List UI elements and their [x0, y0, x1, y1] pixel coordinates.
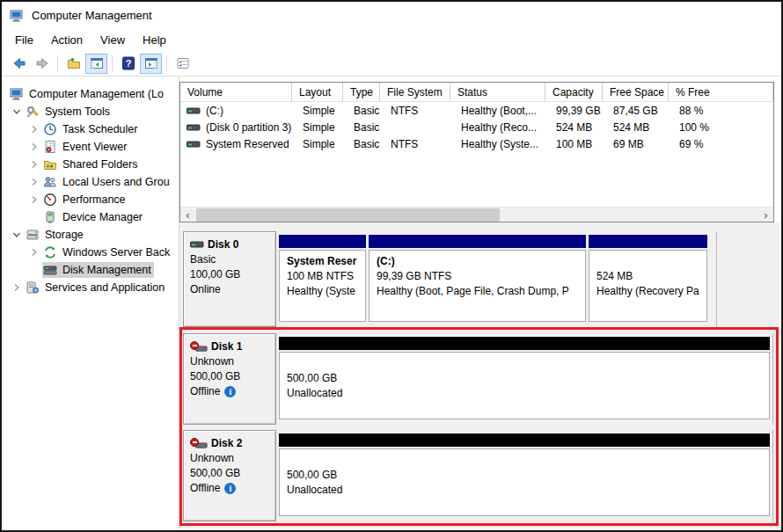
volume-icon — [187, 140, 201, 149]
chevron-right-icon[interactable] — [26, 195, 42, 204]
partition-name — [287, 453, 762, 468]
disk-row-0: Disk 0 Basic 100,00 GB Online System Res… — [183, 231, 718, 327]
column-header-capacity[interactable]: Capacity — [545, 83, 603, 101]
disk-type: Unknown — [190, 354, 269, 369]
column-header-layout[interactable]: Layout — [292, 83, 343, 101]
chevron-down-icon[interactable] — [9, 107, 25, 116]
export-list-button[interactable] — [62, 54, 84, 74]
help-icon: ? — [121, 56, 135, 70]
tree-item-computer-management[interactable]: Computer Management (Lo — [9, 85, 179, 103]
unallocated-region[interactable]: 500,00 GB Unallocated — [279, 430, 770, 516]
volume-name: System Reserved — [206, 138, 289, 150]
volume-row-c[interactable]: (C:) Simple Basic NTFS Healthy (Boot,...… — [180, 102, 773, 119]
chevron-down-icon[interactable] — [9, 230, 25, 239]
offline-badge-icon — [190, 341, 199, 350]
svg-text:?: ? — [125, 58, 131, 69]
disk-management-icon — [43, 263, 58, 277]
show-action-pane-button[interactable] — [140, 54, 162, 74]
tree-item-label: Computer Management (Lo — [29, 88, 164, 100]
system-tools-icon — [26, 105, 40, 119]
offline-disk-icon — [190, 438, 208, 449]
menu-file[interactable]: File — [6, 30, 42, 50]
unallocated-region[interactable]: 500,00 GB Unallocated — [279, 333, 770, 419]
tree-item-services-and-applications[interactable]: Services and Application — [9, 279, 179, 296]
tree-item-label: Event Viewer — [62, 141, 127, 153]
volume-pct-free: 100 % — [669, 119, 773, 135]
disk-type: Basic — [190, 252, 269, 267]
title-bar: Computer Management — [2, 2, 781, 29]
back-arrow-icon — [12, 56, 26, 70]
properties-button[interactable] — [172, 54, 194, 74]
horizontal-scrollbar[interactable] — [180, 207, 773, 222]
column-header-free-space[interactable]: Free Space — [603, 83, 669, 101]
forward-arrow-icon — [35, 56, 49, 70]
partition-color-bar — [369, 235, 586, 248]
disk-state: Offline — [190, 384, 220, 399]
shared-folders-icon — [43, 157, 58, 171]
help-button[interactable]: ? — [117, 54, 139, 74]
chevron-right-icon[interactable] — [26, 142, 42, 151]
disk1-label[interactable]: Disk 1 Unknown 500,00 GB Offline — [183, 333, 276, 425]
partition-c-drive[interactable]: (C:) 99,39 GB NTFS Healthy (Boot, Page F… — [369, 231, 586, 322]
show-console-tree-button[interactable] — [85, 54, 107, 74]
event-viewer-icon — [43, 140, 58, 154]
tree-item-event-viewer[interactable]: Event Viewer — [26, 138, 179, 156]
chevron-right-icon[interactable] — [26, 248, 42, 257]
volume-fs: NTFS — [380, 102, 450, 119]
chevron-right-icon[interactable] — [26, 160, 42, 169]
partition-name: (C:) — [377, 254, 578, 269]
column-header-pct-free[interactable]: % Free — [669, 83, 773, 101]
disk0-label[interactable]: Disk 0 Basic 100,00 GB Online — [183, 231, 276, 327]
partition-size: 100 MB NTFS — [287, 269, 358, 284]
info-icon[interactable] — [224, 386, 236, 397]
tree-item-local-users-and-groups[interactable]: Local Users and Grou — [26, 173, 179, 191]
disk-state: Online — [190, 282, 269, 297]
tree-item-label: Performance — [62, 193, 126, 206]
back-button[interactable] — [8, 54, 30, 74]
menu-view[interactable]: View — [91, 30, 134, 50]
tree-item-disk-management[interactable]: Disk Management — [26, 261, 179, 279]
partition-recovery[interactable]: 524 MB Healthy (Recovery Pa — [589, 231, 707, 322]
scroll-right-icon[interactable] — [758, 208, 773, 222]
tree-item-device-manager[interactable]: Device Manager — [26, 208, 179, 226]
chevron-right-icon[interactable] — [26, 125, 42, 134]
toolbar: ? — [2, 51, 781, 77]
offline-badge-icon — [190, 438, 199, 447]
disk-size: 500,00 GB — [190, 369, 269, 384]
volume-icon — [187, 123, 201, 132]
tree-item-windows-server-backup[interactable]: Windows Server Back — [26, 244, 179, 261]
column-header-file-system[interactable]: File System — [380, 83, 450, 101]
device-manager-icon — [43, 210, 58, 224]
column-header-type[interactable]: Type — [343, 83, 380, 101]
volume-row-disk0-partition3[interactable]: (Disk 0 partition 3) Simple Basic Health… — [180, 119, 773, 135]
column-header-status[interactable]: Status — [450, 83, 545, 101]
tree-item-task-scheduler[interactable]: Task Scheduler — [26, 120, 179, 138]
content: Computer Management (Lo System Tools Tas… — [4, 77, 779, 528]
tree-item-system-tools[interactable]: System Tools — [9, 103, 179, 120]
scrollbar-thumb[interactable] — [196, 208, 500, 222]
tree-item-storage[interactable]: Storage — [9, 226, 179, 244]
info-icon[interactable] — [224, 483, 236, 494]
tree-item-performance[interactable]: Performance — [26, 191, 179, 208]
volume-row-system-reserved[interactable]: System Reserved Simple Basic NTFS Health… — [180, 135, 773, 152]
chevron-right-icon[interactable] — [26, 178, 42, 186]
menu-help[interactable]: Help — [134, 30, 175, 50]
partition-system-reserved[interactable]: System Reser 100 MB NTFS Healthy (Syste — [279, 231, 366, 322]
column-header-volume[interactable]: Volume — [180, 83, 292, 101]
partition-name: System Reser — [287, 254, 358, 269]
disk-size: 500,00 GB — [190, 466, 269, 481]
computer-icon — [10, 9, 24, 23]
toolbar-separator — [112, 55, 113, 71]
disk-management-pane: Volume Layout Type File System Status Ca… — [179, 77, 779, 528]
chevron-right-icon[interactable] — [9, 283, 25, 292]
volume-free: 524 MB — [603, 119, 669, 135]
disk2-label[interactable]: Disk 2 Unknown 500,00 GB Offline — [183, 430, 276, 521]
menu-action[interactable]: Action — [42, 30, 91, 50]
tree-item-label: Disk Management — [62, 264, 151, 276]
tree-item-label: Shared Folders — [62, 158, 137, 171]
scroll-left-icon[interactable] — [180, 208, 195, 222]
toolbar-separator — [57, 55, 58, 71]
tree-item-shared-folders[interactable]: Shared Folders — [26, 156, 179, 173]
disk-icon — [190, 240, 204, 249]
forward-button[interactable] — [31, 54, 53, 74]
